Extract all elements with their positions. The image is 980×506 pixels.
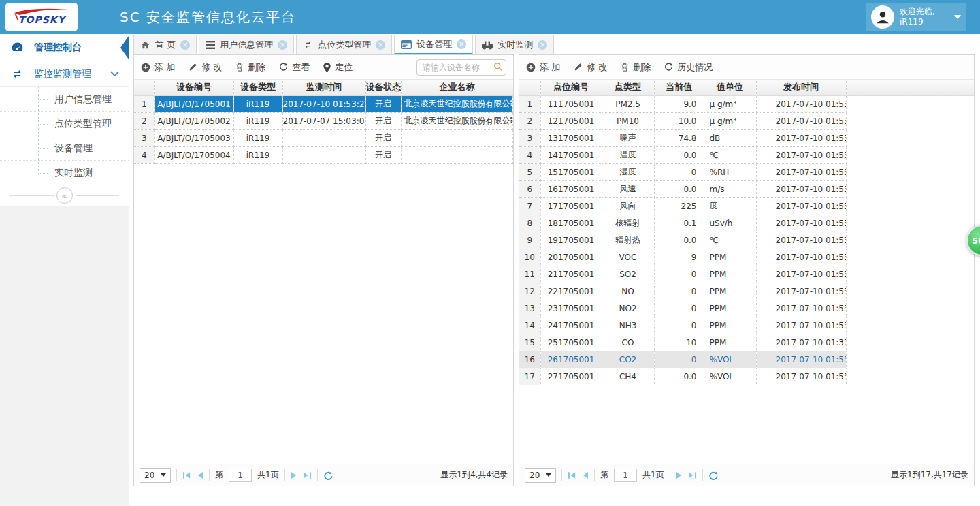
table-cell[interactable]: 2017-07-10 01:53:22 xyxy=(756,300,846,317)
table-cell[interactable] xyxy=(846,368,974,385)
table-cell[interactable]: 风向 xyxy=(602,197,654,215)
table-cell[interactable]: 241705001 xyxy=(540,317,602,334)
table-cell[interactable]: 噪声 xyxy=(602,129,654,146)
table-cell[interactable]: 151705001 xyxy=(540,163,602,180)
prev-page-button[interactable] xyxy=(197,471,203,479)
table-cell[interactable]: 181705001 xyxy=(540,215,602,232)
search-icon[interactable] xyxy=(493,62,503,72)
table-cell[interactable]: 2017-07-10 01:37:01 xyxy=(756,334,846,351)
table-cell[interactable]: 2017-07-10 01:53:22 xyxy=(756,163,846,180)
table-cell[interactable]: 2017-07-10 01:53:22 xyxy=(756,266,846,283)
table-row[interactable]: 7171705001风向225度2017-07-10 01:53:21 xyxy=(519,197,974,215)
row-number-cell[interactable]: 15 xyxy=(519,334,540,351)
table-cell[interactable]: PPM xyxy=(704,266,756,283)
first-page-button[interactable] xyxy=(182,471,191,479)
row-number-cell[interactable]: 2 xyxy=(519,112,540,129)
table-cell[interactable]: A/BJLT/O/1705004 xyxy=(154,146,233,163)
page-size-select[interactable]: 20 xyxy=(140,468,171,483)
table-cell[interactable]: 2017-07-10 01:53:21 xyxy=(756,317,846,334)
row-number-cell[interactable]: 6 xyxy=(519,180,540,197)
table-cell[interactable]: PM2.5 xyxy=(602,95,654,112)
table-cell[interactable] xyxy=(846,163,974,180)
table-row[interactable]: 1111705001PM2.59.0μ g/m³2017-07-10 01:53… xyxy=(519,95,974,112)
table-cell[interactable]: iR119 xyxy=(233,95,282,112)
table-cell[interactable]: PPM xyxy=(704,249,756,266)
table-cell[interactable]: %VOL xyxy=(704,351,756,368)
table-cell[interactable]: uSv/h xyxy=(704,215,756,232)
add-button[interactable]: 添 加 xyxy=(526,61,560,74)
table-cell[interactable]: 2017-07-10 01:53:22 xyxy=(756,146,846,163)
table-cell[interactable]: 10.0 xyxy=(654,112,704,129)
table-cell[interactable]: m/s xyxy=(704,180,756,197)
row-number-cell[interactable]: 16 xyxy=(519,351,540,368)
page-size-select[interactable]: 20 xyxy=(525,468,556,483)
row-number-cell[interactable]: 3 xyxy=(519,129,540,146)
table-cell[interactable]: PPM xyxy=(704,334,756,351)
table-cell[interactable]: A/BJLT/O/1705002 xyxy=(154,112,233,129)
table-cell[interactable]: 251705001 xyxy=(540,334,602,351)
close-icon[interactable]: × xyxy=(180,40,190,50)
table-cell[interactable]: 风速 xyxy=(602,180,654,197)
sidebar-item-console[interactable]: 管理控制台 xyxy=(0,34,129,61)
table-row[interactable]: 9191705001辐射热0.0℃2017-07-10 01:53:21 xyxy=(519,232,974,249)
table-cell[interactable]: 9.0 xyxy=(654,95,704,112)
table-cell[interactable]: 开启 xyxy=(365,146,401,163)
table-cell[interactable]: 2017-07-10 01:53:21 xyxy=(756,368,846,385)
row-number-cell[interactable]: 8 xyxy=(519,215,540,232)
row-number-cell[interactable]: 4 xyxy=(134,146,154,163)
table-cell[interactable] xyxy=(846,317,974,334)
table-cell[interactable]: 0 xyxy=(654,351,704,368)
next-page-button[interactable] xyxy=(676,471,683,479)
table-cell[interactable]: 0 xyxy=(654,283,704,300)
table-cell[interactable] xyxy=(846,249,974,266)
page-number-input[interactable] xyxy=(229,469,252,482)
table-row[interactable]: 15251705001CO10PPM2017-07-10 01:37:01 xyxy=(519,334,974,351)
delete-button[interactable]: 删除 xyxy=(235,61,265,74)
table-row[interactable]: 12221705001NO0PPM2017-07-10 01:53:21 xyxy=(519,283,974,300)
table-cell[interactable]: 北京凌天世纪控股股份有限公司 xyxy=(401,95,513,112)
table-cell[interactable] xyxy=(401,129,513,146)
row-number-cell[interactable]: 9 xyxy=(519,232,540,249)
edit-button[interactable]: 修 改 xyxy=(574,61,607,74)
page-number-input[interactable] xyxy=(614,469,637,482)
row-number-cell[interactable]: 7 xyxy=(519,197,540,215)
first-page-button[interactable] xyxy=(568,471,576,479)
table-cell[interactable]: 221705001 xyxy=(540,283,602,300)
table-cell[interactable]: 0.1 xyxy=(654,215,704,232)
table-cell[interactable]: 0.0 xyxy=(654,232,704,249)
table-cell[interactable]: 271705001 xyxy=(540,368,602,385)
table-row[interactable]: 16261705001CO20%VOL2017-07-10 01:53:22 xyxy=(519,351,974,368)
table-cell[interactable] xyxy=(846,283,974,300)
table-cell[interactable]: 225 xyxy=(654,197,704,215)
table-row[interactable]: 17271705001CH40.0%VOL2017-07-10 01:53:21 xyxy=(519,368,974,385)
table-cell[interactable]: 0 xyxy=(654,266,704,283)
table-cell[interactable]: ℃ xyxy=(704,232,756,249)
table-cell[interactable]: 74.8 xyxy=(654,129,704,146)
table-cell[interactable]: CH4 xyxy=(602,368,654,385)
table-cell[interactable]: 9 xyxy=(654,249,704,266)
tab-point-type[interactable]: 点位类型管理 × xyxy=(296,35,392,54)
add-button[interactable]: 添 加 xyxy=(141,61,175,74)
table-cell[interactable]: 度 xyxy=(704,197,756,215)
table-cell[interactable]: 2017-07-10 01:53:21 xyxy=(756,112,846,129)
table-cell[interactable]: 191705001 xyxy=(540,232,602,249)
table-cell[interactable]: 111705001 xyxy=(540,95,602,112)
table-cell[interactable]: NO2 xyxy=(602,300,654,317)
table-cell[interactable]: 温度 xyxy=(602,146,654,163)
row-number-cell[interactable]: 13 xyxy=(519,300,540,317)
table-cell[interactable]: PM10 xyxy=(602,112,654,129)
history-button[interactable]: 历史情况 xyxy=(664,61,713,74)
table-cell[interactable]: 辐射热 xyxy=(602,232,654,249)
collapse-sidebar-button[interactable]: « xyxy=(56,187,73,204)
sidebar-item-point-type[interactable]: 点位类型管理 xyxy=(0,112,129,136)
table-row[interactable]: 10201705001VOC9PPM2017-07-10 01:53:22 xyxy=(519,249,974,266)
table-cell[interactable]: iR119 xyxy=(233,129,282,146)
edit-button[interactable]: 修 改 xyxy=(189,61,222,74)
table-cell[interactable]: 141705001 xyxy=(540,146,602,163)
view-button[interactable]: 查看 xyxy=(279,61,310,74)
table-cell[interactable]: 0.0 xyxy=(654,180,704,197)
table-cell[interactable] xyxy=(282,129,365,146)
table-cell[interactable] xyxy=(282,146,365,163)
next-page-button[interactable] xyxy=(291,471,297,479)
table-cell[interactable]: 开启 xyxy=(365,129,401,146)
